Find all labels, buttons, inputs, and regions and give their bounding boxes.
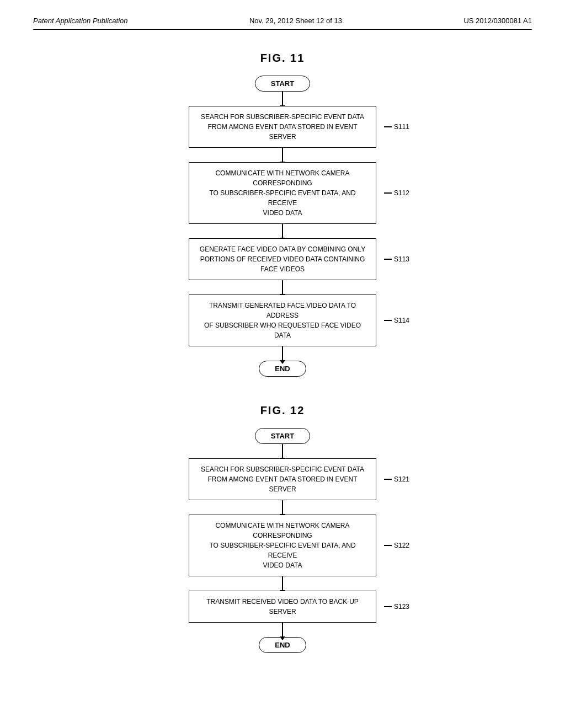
fig11-s112-label: S112 — [384, 189, 409, 197]
fig12-s121-text: S121 — [394, 475, 409, 483]
arrow-line — [282, 346, 283, 361]
arrow-line — [282, 444, 283, 458]
header-publication-label: Patent Application Publication — [33, 17, 128, 25]
bracket-tick — [384, 606, 392, 607]
fig12-s122-label: S122 — [384, 542, 409, 549]
fig11-step-s113-wrapper: GENERATE FACE VIDEO DATA BY COMBINING ON… — [150, 238, 415, 280]
arrow-line — [282, 148, 283, 162]
fig11-title: FIG. 11 — [260, 52, 305, 65]
fig12-step-s121-wrapper: SEARCH FOR SUBSCRIBER-SPECIFIC EVENT DAT… — [150, 458, 415, 500]
fig11-s113-text: S113 — [394, 255, 409, 263]
fig12-step-s121-box: SEARCH FOR SUBSCRIBER-SPECIFIC EVENT DAT… — [189, 458, 376, 500]
arrow-line — [282, 500, 283, 515]
fig11-start: START — [255, 76, 310, 92]
fig11-step-s113-box: GENERATE FACE VIDEO DATA BY COMBINING ON… — [189, 238, 376, 280]
fig11-section: FIG. 11 START SEARCH FOR SUBSCRIBER-SPEC… — [33, 52, 532, 377]
fig11-s113-label: S113 — [384, 255, 409, 263]
fig12-step-s122-box: COMMUNICATE WITH NETWORK CAMERA CORRESPO… — [189, 515, 376, 576]
connector — [150, 444, 415, 458]
fig12-section: FIG. 12 START SEARCH FOR SUBSCRIBER-SPEC… — [33, 404, 532, 653]
fig11-step-s112-box: COMMUNICATE WITH NETWORK CAMERA CORRESPO… — [189, 162, 376, 224]
connector — [150, 148, 415, 162]
fig12-flowchart: START SEARCH FOR SUBSCRIBER-SPECIFIC EVE… — [150, 428, 415, 653]
connector — [150, 500, 415, 515]
arrow-line — [282, 92, 283, 106]
fig12-step-s123-box: TRANSMIT RECEIVED VIDEO DATA TO BACK-UP … — [189, 591, 376, 623]
connector — [150, 92, 415, 106]
fig11-step-s114-wrapper: TRANSMIT GENERATED FACE VIDEO DATA TO AD… — [150, 295, 415, 346]
bracket-tick — [384, 126, 392, 127]
bracket-tick — [384, 545, 392, 546]
arrow-line — [282, 623, 283, 637]
fig11-s114-text: S114 — [394, 317, 409, 324]
fig12-start: START — [255, 428, 310, 444]
fig12-title: FIG. 12 — [260, 404, 305, 417]
fig11-s111-text: S111 — [394, 123, 409, 131]
bracket-tick — [384, 479, 392, 480]
fig12-s123-label: S123 — [384, 603, 409, 611]
fig12-step-s123-wrapper: TRANSMIT RECEIVED VIDEO DATA TO BACK-UP … — [150, 591, 415, 623]
arrow-line — [282, 224, 283, 238]
page-header: Patent Application Publication Nov. 29, … — [33, 17, 532, 30]
bracket-tick — [384, 320, 392, 321]
connector — [150, 623, 415, 637]
fig12-s123-text: S123 — [394, 603, 409, 611]
fig12-s121-label: S121 — [384, 475, 409, 483]
fig11-step-s111-wrapper: SEARCH FOR SUBSCRIBER-SPECIFIC EVENT DAT… — [150, 106, 415, 148]
fig12-s122-text: S122 — [394, 542, 409, 549]
fig11-s114-label: S114 — [384, 317, 409, 324]
bracket-tick — [384, 259, 392, 260]
connector — [150, 576, 415, 591]
header-date-sheet: Nov. 29, 2012 Sheet 12 of 13 — [249, 17, 342, 25]
header-patent-number: US 2012/0300081 A1 — [463, 17, 532, 25]
bracket-tick — [384, 192, 392, 194]
fig11-flowchart: START SEARCH FOR SUBSCRIBER-SPECIFIC EVE… — [150, 76, 415, 377]
fig11-step-s112-wrapper: COMMUNICATE WITH NETWORK CAMERA CORRESPO… — [150, 162, 415, 224]
connector — [150, 280, 415, 295]
fig11-step-s114-box: TRANSMIT GENERATED FACE VIDEO DATA TO AD… — [189, 295, 376, 346]
fig12-step-s122-wrapper: COMMUNICATE WITH NETWORK CAMERA CORRESPO… — [150, 515, 415, 576]
connector — [150, 346, 415, 361]
fig11-s112-text: S112 — [394, 189, 409, 197]
connector — [150, 224, 415, 238]
arrow-line — [282, 576, 283, 591]
page: Patent Application Publication Nov. 29, … — [0, 0, 565, 728]
arrow-line — [282, 280, 283, 295]
fig11-step-s111-box: SEARCH FOR SUBSCRIBER-SPECIFIC EVENT DAT… — [189, 106, 376, 148]
fig11-s111-label: S111 — [384, 123, 409, 131]
